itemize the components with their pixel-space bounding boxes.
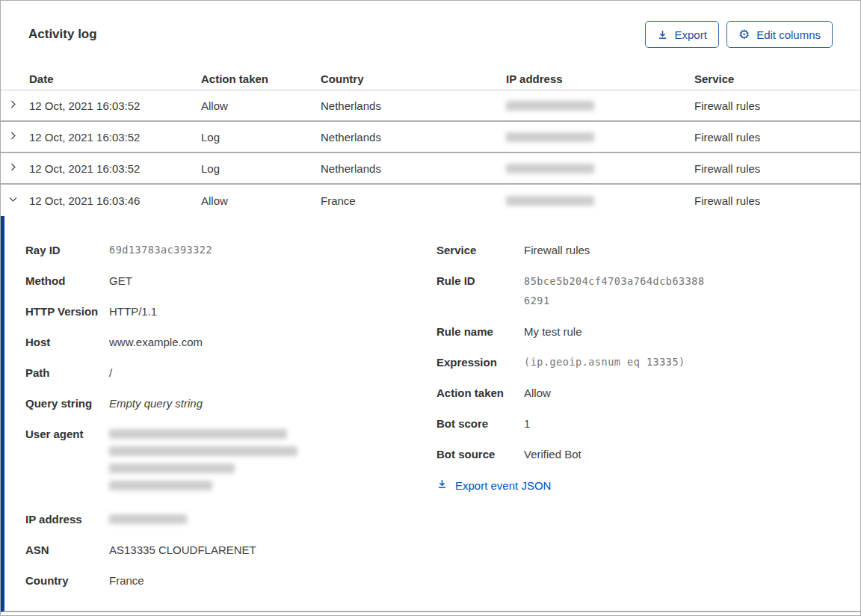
- table-header: Date Action taken Country IP address Ser…: [1, 67, 860, 90]
- cell-ip: [506, 132, 694, 142]
- detail-ray-id: Ray ID 69d13783ac393322: [25, 241, 436, 259]
- detail-value: France: [109, 571, 144, 590]
- detail-ip-address: IP address: [25, 510, 436, 529]
- table-row[interactable]: 12 Oct, 2021 16:03:52 Allow Netherlands …: [1, 90, 860, 122]
- export-event-json-link[interactable]: Export event JSON: [436, 478, 551, 492]
- export-button-label: Export: [675, 28, 707, 41]
- expand-row-button[interactable]: [1, 99, 29, 111]
- detail-bot-source: Bot source Verified Bot: [436, 445, 833, 463]
- detail-label: User agent: [25, 425, 109, 498]
- expand-row-button[interactable]: [1, 131, 29, 143]
- edit-columns-button[interactable]: ⚙ Edit columns: [726, 21, 833, 48]
- cell-ip: [506, 164, 694, 173]
- detail-path: Path /: [25, 363, 436, 382]
- cell-service: Firewall rules: [694, 99, 860, 112]
- column-header-ip: IP address: [506, 73, 694, 85]
- cell-country: Netherlands: [321, 131, 506, 144]
- gear-icon: ⚙: [738, 28, 750, 41]
- detail-label: Path: [25, 363, 109, 382]
- cell-date: 12 Oct, 2021 16:03:46: [29, 194, 201, 207]
- cell-country: Netherlands: [321, 162, 506, 175]
- detail-label: Query string: [25, 394, 109, 413]
- download-icon: [436, 478, 448, 492]
- chevron-right-icon: [8, 99, 18, 111]
- detail-label: Rule ID: [436, 271, 524, 310]
- redacted-ip-value: [506, 132, 594, 142]
- header-actions: Export ⚙ Edit columns: [645, 21, 833, 48]
- collapse-row-button[interactable]: [1, 194, 29, 206]
- detail-label: Bot score: [436, 414, 524, 433]
- bottom-strip: [1, 612, 860, 615]
- table-row-expanded[interactable]: 12 Oct, 2021 16:03:46 Allow France Firew…: [1, 185, 860, 216]
- redacted-user-agent-value: [109, 425, 297, 498]
- detail-label: Host: [25, 333, 109, 351]
- redacted-line: [109, 481, 212, 490]
- detail-value: 69d13783ac393322: [109, 241, 212, 259]
- detail-value: My test rule: [524, 322, 582, 341]
- cell-service: Firewall rules: [694, 194, 860, 207]
- detail-label: Action taken: [436, 384, 524, 402]
- detail-expression: Expression (ip.geoip.asnum eq 13335): [436, 353, 833, 372]
- redacted-line: [109, 446, 297, 456]
- cell-action: Log: [201, 162, 321, 175]
- chevron-right-icon: [8, 131, 18, 143]
- detail-label: Service: [436, 241, 524, 259]
- detail-rule-id: Rule ID 85bce5b204cf4703a764dcb633886291: [436, 271, 833, 310]
- detail-rule-name: Rule name My test rule: [436, 322, 833, 341]
- cell-action: Allow: [201, 99, 321, 112]
- cell-action: Log: [201, 131, 321, 144]
- edit-columns-button-label: Edit columns: [756, 28, 821, 41]
- detail-value: Empty query string: [109, 394, 203, 413]
- export-button[interactable]: Export: [645, 21, 719, 48]
- cell-country: France: [321, 194, 506, 207]
- detail-value: Verified Bot: [524, 445, 581, 463]
- column-header-date: Date: [29, 73, 201, 85]
- chevron-right-icon: [8, 162, 18, 174]
- detail-label: ASN: [25, 540, 109, 559]
- detail-label: Country: [25, 571, 109, 590]
- download-icon: [657, 29, 668, 40]
- detail-value: Firewall rules: [524, 241, 590, 259]
- detail-user-agent: User agent: [25, 425, 436, 498]
- redacted-ip-value: [506, 164, 594, 173]
- details-left-column: Ray ID 69d13783ac393322 Method GET HTTP …: [25, 241, 436, 611]
- cell-ip: [506, 101, 694, 111]
- detail-label: Expression: [436, 353, 524, 372]
- redacted-ip-value: [506, 101, 594, 111]
- detail-value: 1: [524, 414, 530, 433]
- event-details-panel: Ray ID 69d13783ac393322 Method GET HTTP …: [1, 216, 860, 612]
- detail-value: /: [109, 363, 112, 382]
- redacted-line: [109, 463, 235, 473]
- detail-http-version: HTTP Version HTTP/1.1: [25, 302, 436, 321]
- details-right-column: Service Firewall rules Rule ID 85bce5b20…: [436, 241, 833, 611]
- table-row[interactable]: 12 Oct, 2021 16:03:52 Log Netherlands Fi…: [1, 153, 860, 185]
- chevron-down-icon: [8, 194, 18, 206]
- expand-row-button[interactable]: [1, 162, 29, 174]
- detail-value: www.example.com: [109, 333, 203, 351]
- redacted-ip-value: [109, 514, 187, 524]
- activity-log-widget: Activity log Export ⚙ Edit columns Date …: [0, 0, 861, 616]
- detail-label: Rule name: [436, 322, 524, 341]
- detail-value: AS13335 CLOUDFLARENET: [109, 540, 256, 559]
- export-event-row: Export event JSON: [436, 478, 833, 493]
- detail-host: Host www.example.com: [25, 333, 436, 351]
- detail-service: Service Firewall rules: [436, 241, 833, 259]
- detail-value: 85bce5b204cf4703a764dcb633886291: [524, 271, 706, 310]
- cell-date: 12 Oct, 2021 16:03:52: [29, 99, 201, 112]
- redacted-line: [109, 429, 287, 439]
- page-title: Activity log: [28, 27, 97, 42]
- export-event-json-label: Export event JSON: [455, 479, 551, 492]
- cell-service: Firewall rules: [694, 131, 860, 144]
- detail-label: Method: [25, 271, 109, 290]
- table-row[interactable]: 12 Oct, 2021 16:03:52 Log Netherlands Fi…: [1, 122, 860, 153]
- cell-date: 12 Oct, 2021 16:03:52: [29, 131, 201, 144]
- detail-value: Allow: [524, 384, 551, 402]
- cell-country: Netherlands: [321, 99, 506, 112]
- detail-label: HTTP Version: [25, 302, 109, 321]
- cell-service: Firewall rules: [694, 162, 860, 175]
- detail-action-taken: Action taken Allow: [436, 384, 833, 402]
- detail-value: HTTP/1.1: [109, 302, 157, 321]
- column-header-action: Action taken: [201, 73, 321, 85]
- detail-query-string: Query string Empty query string: [25, 394, 436, 413]
- cell-action: Allow: [201, 194, 321, 207]
